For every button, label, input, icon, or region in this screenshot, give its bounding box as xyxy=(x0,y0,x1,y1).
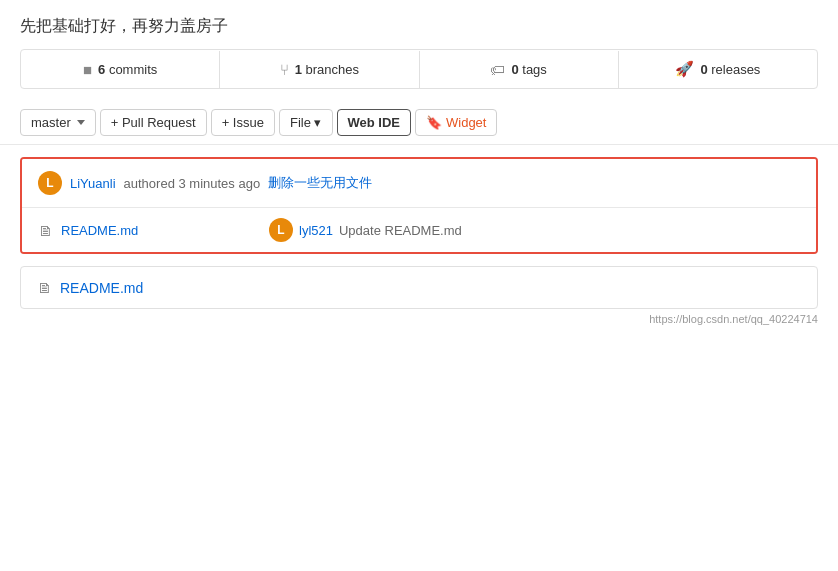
readme-filename[interactable]: README.md xyxy=(60,280,143,296)
branch-selector[interactable]: master xyxy=(20,109,96,136)
commits-stat[interactable]: ■ 6 commits xyxy=(21,51,220,88)
content-box: L LiYuanli authored 3 minutes ago 删除一些无用… xyxy=(20,157,818,254)
commit-message[interactable]: 删除一些无用文件 xyxy=(268,174,372,192)
pull-request-button[interactable]: + Pull Request xyxy=(100,109,207,136)
file-commit-author[interactable]: lyl521 xyxy=(299,223,333,238)
readme-file-icon: 🗎 xyxy=(37,279,52,296)
branches-label: 1 branches xyxy=(295,62,359,77)
toolbar: master + Pull Request + Issue File ▾ Web… xyxy=(0,101,838,145)
commit-author[interactable]: LiYuanli xyxy=(70,176,116,191)
file-author-avatar: L xyxy=(269,218,293,242)
tags-label: 0 tags xyxy=(511,62,546,77)
commit-row: L LiYuanli authored 3 minutes ago 删除一些无用… xyxy=(22,159,816,208)
file-row: 🗎 README.md L lyl521 Update README.md xyxy=(22,208,816,252)
file-name[interactable]: README.md xyxy=(61,223,181,238)
releases-icon: 🚀 xyxy=(675,60,694,78)
readme-section: 🗎 README.md xyxy=(20,266,818,309)
commits-icon: ■ xyxy=(83,61,92,78)
file-icon: 🗎 xyxy=(38,222,53,239)
widget-button[interactable]: 🔖 Widget xyxy=(415,109,497,136)
file-commit-info: L lyl521 Update README.md xyxy=(269,218,462,242)
file-button[interactable]: File ▾ xyxy=(279,109,333,136)
branches-icon: ⑂ xyxy=(280,61,289,78)
commit-meta: authored 3 minutes ago xyxy=(124,176,261,191)
repo-title: 先把基础打好，再努力盖房子 xyxy=(0,0,838,49)
bookmark-icon: 🔖 xyxy=(426,115,442,130)
tags-icon: 🏷 xyxy=(490,61,505,78)
commit-avatar: L xyxy=(38,171,62,195)
stats-bar: ■ 6 commits ⑂ 1 branches 🏷 0 tags 🚀 0 xyxy=(20,49,818,89)
releases-label: 0 releases xyxy=(700,62,760,77)
watermark: https://blog.csdn.net/qq_40224714 xyxy=(0,309,838,329)
webide-button[interactable]: Web IDE xyxy=(337,109,412,136)
commits-label: 6 commits xyxy=(98,62,157,77)
file-commit-message: Update README.md xyxy=(339,223,462,238)
branches-stat[interactable]: ⑂ 1 branches xyxy=(220,51,419,88)
releases-stat[interactable]: 🚀 0 releases xyxy=(619,50,817,88)
branch-name: master xyxy=(31,115,71,130)
issue-button[interactable]: + Issue xyxy=(211,109,275,136)
tags-stat[interactable]: 🏷 0 tags xyxy=(420,51,619,88)
branch-caret-icon xyxy=(77,120,85,125)
